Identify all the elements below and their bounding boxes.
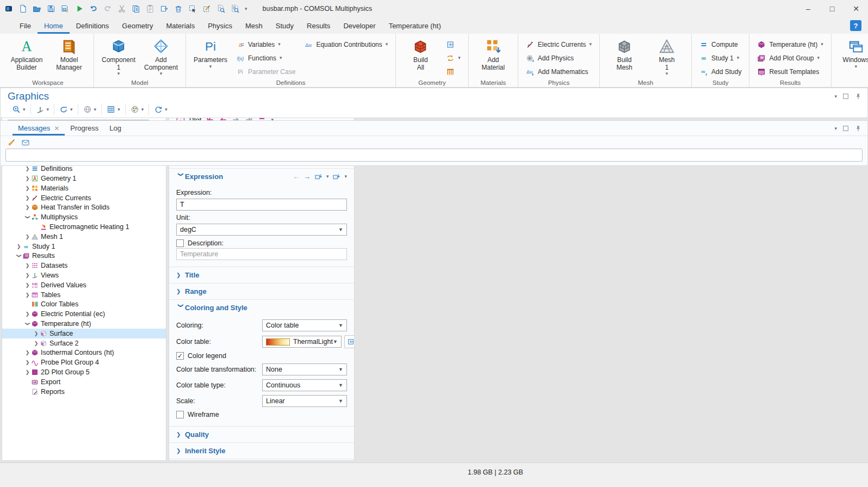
graphics-tool-rotate[interactable]: ▾	[54, 104, 78, 115]
ribbon-button-mesh-1[interactable]: Mesh 1▾	[646, 36, 687, 76]
ribbon-button-add-study[interactable]: ∞Add Study	[696, 65, 745, 78]
tree-item-electric-currents[interactable]: ❯Electric Currents	[2, 193, 166, 203]
search-doc-icon[interactable]	[231, 4, 239, 13]
ribbon-button-variables[interactable]: a=Variables▾	[232, 38, 299, 51]
menu-tab-home[interactable]: Home	[38, 19, 70, 34]
ribbon-button-add-component[interactable]: Add Component▾	[140, 36, 182, 76]
scene-light-color-caret[interactable]: ▾	[141, 107, 144, 112]
insert-expression-caret[interactable]: ▾	[326, 174, 329, 179]
expander-icon[interactable]: ❯	[24, 282, 31, 288]
menu-tab-temperature-ht[interactable]: Temperature (ht)	[382, 19, 448, 34]
tree-item-electromagnetic-heating-1[interactable]: Electromagnetic Heating 1	[2, 222, 166, 232]
grid-caret[interactable]: ▾	[117, 107, 120, 112]
wireframe-checkbox[interactable]	[176, 411, 184, 418]
graphics-tool-grid[interactable]: ▾	[102, 104, 126, 115]
clear-messages-icon[interactable]	[7, 138, 16, 147]
tree-item-heat-transfer-in-solids[interactable]: ❯Heat Transfer in Solids	[2, 203, 166, 213]
menu-tab-materials[interactable]: Materials	[159, 19, 201, 34]
menu-tab-file[interactable]: File	[13, 19, 38, 34]
ribbon-button-electric-currents[interactable]: Electric Currents▾	[522, 38, 596, 51]
expander-icon[interactable]: ❯	[24, 350, 31, 355]
scale-select[interactable]: Linear▼	[262, 395, 347, 407]
update-caret[interactable]: ▾	[165, 107, 168, 112]
help-button[interactable]: ?	[850, 20, 861, 31]
menu-tab-geometry[interactable]: Geometry	[115, 19, 159, 34]
graphics-tool-scene-light-color[interactable]: ▾	[126, 104, 150, 115]
section-coloring-style[interactable]: ❯Coloring and Style	[169, 300, 354, 316]
graphics-tool-zoom[interactable]: ▾	[7, 104, 31, 115]
coloring-select[interactable]: Color table▼	[262, 319, 347, 331]
ribbon-button-functions[interactable]: f(x)Functions▾	[232, 51, 299, 65]
description-checkbox[interactable]	[176, 239, 184, 247]
minimize-button[interactable]: –	[796, 0, 820, 17]
undo-icon[interactable]	[89, 4, 98, 13]
expander-icon[interactable]: ❯	[24, 292, 31, 298]
color-table-transformation-select[interactable]: None▼	[262, 363, 347, 375]
section-information[interactable]: ❯Information	[169, 459, 354, 461]
app-logo-icon[interactable]	[4, 4, 13, 13]
ribbon-button-temperature-ht[interactable]: Temperature (ht)▾	[753, 38, 827, 51]
expander-icon[interactable]: ❯	[24, 195, 31, 201]
expander-icon[interactable]: ❯	[24, 263, 31, 268]
expander-icon[interactable]: ❯	[25, 320, 30, 328]
section-title[interactable]: ❯Title	[169, 267, 354, 283]
ribbon-button-add-physics[interactable]: Add Physics	[522, 51, 596, 65]
expr-forward-icon[interactable]: →	[303, 172, 311, 181]
expander-icon[interactable]: ❯	[24, 360, 31, 365]
tree-item-tables[interactable]: ❯Tables	[2, 290, 166, 300]
ribbon-button-application-builder[interactable]: AApplication Builder	[6, 36, 47, 71]
unit-select[interactable]: degC▼	[176, 224, 347, 236]
tree-item-surface-2[interactable]: ❯Surface 2	[2, 338, 166, 348]
panel-menu-icon[interactable]: ▾	[834, 94, 837, 99]
new-file-icon[interactable]	[18, 4, 27, 13]
panel-menu-icon[interactable]: ▾	[834, 126, 837, 131]
menu-tab-developer[interactable]: Developer	[337, 19, 382, 34]
replace-expression-caret[interactable]: ▾	[344, 174, 347, 179]
open-icon[interactable]	[33, 4, 41, 13]
expander-icon[interactable]: ❯	[33, 331, 40, 336]
messages-tab-messages[interactable]: Messages✕	[13, 122, 65, 135]
expander-icon[interactable]: ❯	[24, 234, 31, 239]
deselect-icon[interactable]	[202, 4, 211, 13]
paste-icon[interactable]	[146, 4, 154, 13]
expression-input[interactable]	[176, 199, 347, 211]
pin-panel-icon[interactable]	[854, 125, 862, 132]
color-legend-checkbox[interactable]: ✓	[176, 352, 184, 360]
transparency-caret[interactable]: ▾	[94, 107, 97, 112]
run-icon[interactable]	[75, 4, 84, 13]
ribbon-button-model-manager[interactable]: Model Manager	[48, 36, 90, 71]
ribbon-button-s-geoimp[interactable]	[442, 38, 464, 51]
color-table-select[interactable]: ThermalLight▼	[262, 336, 342, 348]
tree-item-geometry-1[interactable]: ❯Geometry 1	[2, 174, 166, 183]
tree-item-electric-potential-ec[interactable]: ❯Electric Potential (ec)	[2, 309, 166, 319]
float-panel-icon[interactable]	[842, 125, 850, 132]
rotate-caret[interactable]: ▾	[70, 107, 73, 112]
add-color-table-button[interactable]	[344, 335, 355, 348]
tree-item-datasets[interactable]: ❯Datasets	[2, 261, 166, 270]
tree-item-reports[interactable]: Reports	[2, 387, 166, 397]
qat-customize-icon[interactable]: ▾	[245, 7, 247, 11]
tree-item-probe-plot-group-4[interactable]: ❯Probe Plot Group 4	[2, 357, 166, 367]
tree-item-views[interactable]: ❯Views	[2, 270, 166, 280]
ribbon-button-s-georebuild[interactable]: ▾	[442, 51, 464, 65]
redo-icon[interactable]	[103, 4, 112, 13]
messages-tab-log[interactable]: Log	[104, 122, 127, 135]
section-quality[interactable]: ❯Quality	[169, 427, 354, 442]
ribbon-button-parameter-case[interactable]: PiParameter Case	[232, 65, 299, 78]
zoom-caret[interactable]: ▾	[23, 107, 26, 112]
expander-icon[interactable]: ❯	[24, 166, 31, 171]
ribbon-button-parameters[interactable]: PiParameters▾	[190, 36, 231, 69]
tree-item-export[interactable]: Export	[2, 377, 166, 387]
tree-item-results[interactable]: ❯Results	[2, 251, 166, 261]
expander-icon[interactable]: ❯	[24, 176, 31, 181]
messages-tab-progress[interactable]: Progress	[65, 122, 104, 135]
menu-tab-study[interactable]: Study	[269, 19, 300, 34]
insert-expression-icon[interactable]	[314, 172, 323, 181]
expander-icon[interactable]: ❯	[16, 252, 22, 260]
expander-icon[interactable]: ❯	[24, 273, 31, 278]
duplicate-icon[interactable]	[160, 4, 169, 13]
ribbon-button-add-material[interactable]: Add Material	[473, 36, 514, 71]
tree-item-surface[interactable]: ❯Surface	[2, 329, 166, 338]
select-box-icon[interactable]	[188, 4, 197, 13]
tree-item-mesh-1[interactable]: ❯Mesh 1	[2, 232, 166, 242]
